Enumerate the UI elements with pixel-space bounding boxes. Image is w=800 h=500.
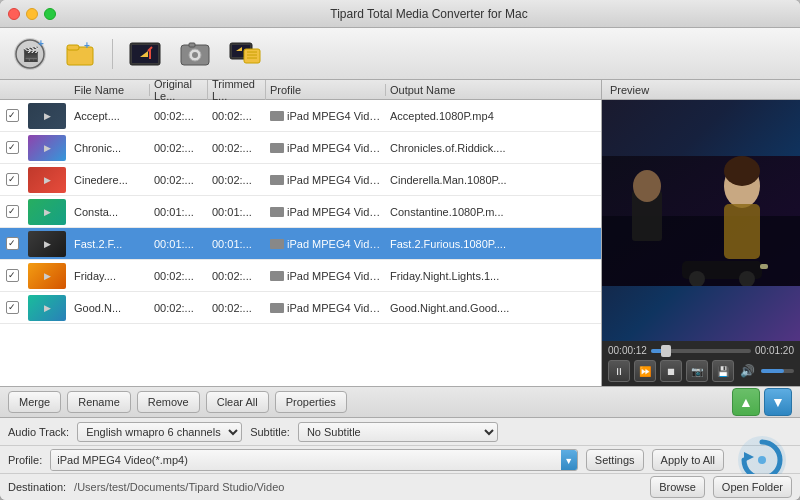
progress-thumb xyxy=(661,345,671,357)
pause-button[interactable]: ⏸ xyxy=(608,360,630,382)
action-buttons-row: Merge Rename Remove Clear All Properties… xyxy=(0,386,800,418)
row-output-1: Chronicles.of.Riddick.... xyxy=(390,142,506,154)
table-row[interactable]: ▶ Friday.... 00:02:... 00:02:... iPad MP… xyxy=(0,260,601,292)
row-trim-1: 00:02:... xyxy=(212,142,252,154)
table-row[interactable]: ▶ Accept.... 00:02:... 00:02:... iPad MP… xyxy=(0,100,601,132)
subtitle-label: Subtitle: xyxy=(250,426,290,438)
row-output-4: Fast.2.Furious.1080P.... xyxy=(390,238,506,250)
preview-video xyxy=(602,100,800,341)
add-folder-button[interactable]: + xyxy=(58,34,102,74)
row-thumb-6: ▶ xyxy=(28,295,66,321)
row-trim-4: 00:01:... xyxy=(212,238,252,250)
settings-button[interactable]: Settings xyxy=(586,449,644,471)
svg-point-37 xyxy=(758,456,766,464)
clear-all-button[interactable]: Clear All xyxy=(206,391,269,413)
profile-label: Profile: xyxy=(8,454,42,466)
svg-rect-27 xyxy=(724,204,760,259)
profile-select-wrapper[interactable]: iPad MPEG4 Video(*.mp4) ▼ xyxy=(50,449,578,471)
progress-track[interactable] xyxy=(651,349,751,353)
svg-rect-15 xyxy=(189,43,195,47)
minimize-button[interactable] xyxy=(26,8,38,20)
profile-icon-2 xyxy=(270,175,284,185)
move-down-button[interactable]: ▼ xyxy=(764,388,792,416)
row-output-2: Cinderella.Man.1080P... xyxy=(390,174,507,186)
destination-label: Destination: xyxy=(8,481,66,493)
row-profile-0: iPad MPEG4 Vide... xyxy=(287,110,382,122)
main-window: Tipard Total Media Converter for Mac 🎬 +… xyxy=(0,0,800,500)
remove-button[interactable]: Remove xyxy=(137,391,200,413)
snapshot-button[interactable] xyxy=(173,34,217,74)
row-output-5: Friday.Night.Lights.1... xyxy=(390,270,499,282)
move-up-button[interactable]: ▲ xyxy=(732,388,760,416)
row-checkbox-0[interactable] xyxy=(6,109,19,122)
preview-label: Preview xyxy=(610,84,649,96)
row-profile-1: iPad MPEG4 Vide... xyxy=(287,142,382,154)
row-name-0: Accept.... xyxy=(74,110,120,122)
row-checkbox-3[interactable] xyxy=(6,205,19,218)
browse-button[interactable]: Browse xyxy=(650,476,705,498)
table-row[interactable]: ▶ Fast.2.F... 00:01:... 00:01:... iPad M… xyxy=(0,228,601,260)
col-header-trimmed: Trimmed L... xyxy=(212,80,255,102)
compress-button[interactable] xyxy=(223,34,267,74)
close-button[interactable] xyxy=(8,8,20,20)
row-orig-6: 00:02:... xyxy=(154,302,194,314)
row-checkbox-4[interactable] xyxy=(6,237,19,250)
row-trim-6: 00:02:... xyxy=(212,302,252,314)
table-row[interactable]: ▶ Cinedere... 00:02:... 00:02:... iPad M… xyxy=(0,164,601,196)
file-list[interactable]: ▶ Accept.... 00:02:... 00:02:... iPad MP… xyxy=(0,100,601,386)
table-row[interactable]: ▶ Chronic... 00:02:... 00:02:... iPad MP… xyxy=(0,132,601,164)
merge-button[interactable]: Merge xyxy=(8,391,61,413)
svg-rect-5 xyxy=(67,45,79,50)
row-orig-2: 00:02:... xyxy=(154,174,194,186)
row-name-3: Consta... xyxy=(74,206,118,218)
traffic-lights xyxy=(8,8,56,20)
row-name-5: Friday.... xyxy=(74,270,116,282)
row-trim-5: 00:02:... xyxy=(212,270,252,282)
volume-icon: 🔊 xyxy=(740,364,755,378)
row-thumb-4: ▶ xyxy=(28,231,66,257)
add-folder-icon: + xyxy=(61,35,99,73)
row-checkbox-1[interactable] xyxy=(6,141,19,154)
row-name-1: Chronic... xyxy=(74,142,121,154)
profile-icon-5 xyxy=(270,271,284,281)
rename-button[interactable]: Rename xyxy=(67,391,131,413)
window-title: Tipard Total Media Converter for Mac xyxy=(66,7,792,21)
open-folder-button[interactable]: Open Folder xyxy=(713,476,792,498)
table-row[interactable]: ▶ Good.N... 00:02:... 00:02:... iPad MPE… xyxy=(0,292,601,324)
preview-panel: Preview xyxy=(602,80,800,386)
apply-to-all-button[interactable]: Apply to All xyxy=(652,449,724,471)
col-header-filename: File Name xyxy=(74,84,124,96)
row-checkbox-6[interactable] xyxy=(6,301,19,314)
col-header-profile: Profile xyxy=(270,84,301,96)
stop-button[interactable]: ⏹ xyxy=(660,360,682,382)
volume-track[interactable] xyxy=(761,369,794,373)
save-button[interactable]: 💾 xyxy=(712,360,734,382)
maximize-button[interactable] xyxy=(44,8,56,20)
row-output-6: Good.Night.and.Good.... xyxy=(390,302,509,314)
svg-text:+: + xyxy=(38,38,44,49)
row-name-6: Good.N... xyxy=(74,302,121,314)
col-header-output: Output Name xyxy=(390,84,455,96)
audio-track-select[interactable]: English wmapro 6 channels xyxy=(77,422,242,442)
profile-icon-6 xyxy=(270,303,284,313)
row-orig-4: 00:01:... xyxy=(154,238,194,250)
row-profile-6: iPad MPEG4 Vide... xyxy=(287,302,382,314)
table-row[interactable]: ▶ Consta... 00:01:... 00:01:... iPad MPE… xyxy=(0,196,601,228)
destination-path: /Users/test/Documents/Tipard Studio/Vide… xyxy=(74,481,642,493)
row-profile-3: iPad MPEG4 Vide... xyxy=(287,206,382,218)
properties-button[interactable]: Properties xyxy=(275,391,347,413)
row-thumb-5: ▶ xyxy=(28,263,66,289)
profile-dropdown-arrow[interactable]: ▼ xyxy=(561,450,577,471)
row-trim-2: 00:02:... xyxy=(212,174,252,186)
row-checkbox-5[interactable] xyxy=(6,269,19,282)
subtitle-select[interactable]: No Subtitle xyxy=(298,422,498,442)
row-checkbox-2[interactable] xyxy=(6,173,19,186)
fast-forward-button[interactable]: ⏩ xyxy=(634,360,656,382)
edit-button[interactable] xyxy=(123,34,167,74)
content-row: File Name Original Le... Trimmed L... Pr… xyxy=(0,80,800,386)
add-video-button[interactable]: 🎬 + xyxy=(8,34,52,74)
file-panel: File Name Original Le... Trimmed L... Pr… xyxy=(0,80,602,386)
toolbar: 🎬 + + xyxy=(0,28,800,80)
screenshot-button[interactable]: 📷 xyxy=(686,360,708,382)
file-table-header: File Name Original Le... Trimmed L... Pr… xyxy=(0,80,601,100)
